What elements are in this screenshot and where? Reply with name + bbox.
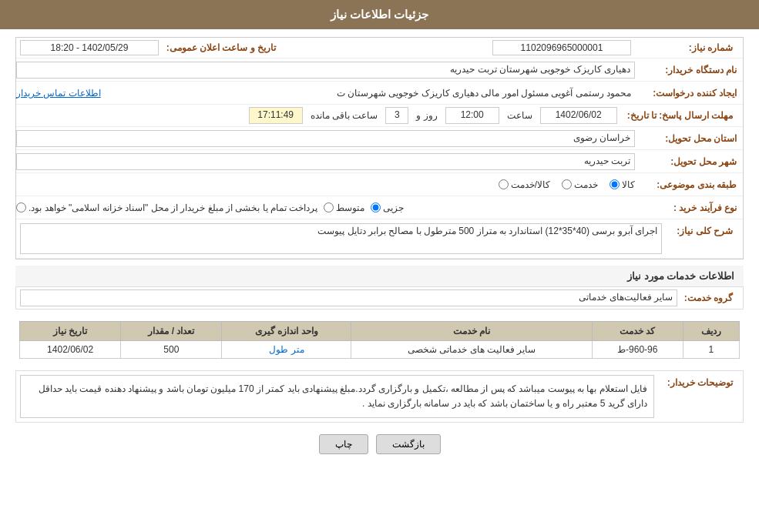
radio-motovaset-label: متوسط xyxy=(336,202,364,213)
nam-value: دهیاری کاریزک خوجویی شهرستان تربت حیدریه xyxy=(16,62,635,79)
col-tarikh: تاریخ نیاز xyxy=(20,322,121,341)
page-header: جزئیات اطلاعات نیاز xyxy=(0,0,759,29)
nooe-group: پرداخت تمام یا بخشی از مبلغ خریدار از مح… xyxy=(16,202,635,213)
mohlat-rooz: 3 xyxy=(385,107,408,124)
date-label: تاریخ و ساعت اعلان عمومی: xyxy=(159,40,282,55)
radio-khadamat[interactable]: خدمت xyxy=(562,179,598,190)
radio-kala-khadamat-label: کالا/خدمت xyxy=(511,179,550,190)
data-table-section: ردیف کد خدمت نام خدمت واحد اندازه گیری ت… xyxy=(15,313,744,366)
page-title: جزئیات اطلاعات نیاز xyxy=(331,8,428,21)
radio-khadamat-label: خدمت xyxy=(574,179,598,190)
radio-basandard[interactable]: پرداخت تمام یا بخشی از مبلغ خریدار از مح… xyxy=(16,202,317,213)
group-label: گروه خدمت: xyxy=(677,290,739,306)
mohlat-label: مهلت ارسال پاسخ: تا تاریخ: xyxy=(621,108,739,123)
col-radif: ردیف xyxy=(683,322,739,341)
ijad-value: محمود رستمی آغویی مسئول امور مالی دهیاری… xyxy=(101,86,635,100)
mohlat-mande: 17:11:49 xyxy=(249,107,303,124)
radio-kala-label: کالا xyxy=(622,179,635,190)
col-name: نام خدمت xyxy=(351,322,592,341)
services-table: ردیف کد خدمت نام خدمت واحد اندازه گیری ت… xyxy=(19,321,740,359)
sharh-container: اجرای آبرو برسی (40*35*12) استاندارد به … xyxy=(20,223,662,254)
ostan-value: خراسان رضوی xyxy=(16,130,635,147)
mohlat-date: 1402/06/02 xyxy=(540,107,617,124)
cell-radif: 1 xyxy=(683,341,739,359)
radio-jozi-label: جزیی xyxy=(383,202,404,213)
col-code: کد خدمت xyxy=(592,322,683,341)
tavzihat-label: توضیحات خریدار: xyxy=(654,375,739,390)
cell-vahed: متر طول xyxy=(222,341,351,359)
cell-code: 960-96-ط xyxy=(592,341,683,359)
radio-jozi[interactable]: جزیی xyxy=(371,202,404,213)
cell-tarikh: 1402/06/02 xyxy=(20,341,121,359)
table-row: 1 960-96-ط سایر فعالیت های خدماتی شخصی م… xyxy=(20,341,740,359)
tavzihat-text: فایل استعلام بها به پیوست میباشد که پس ا… xyxy=(20,375,654,418)
radio-motovaset[interactable]: متوسط xyxy=(324,202,364,213)
tabaqe-label: طبقه بندی موضوعی: xyxy=(635,177,743,192)
col-tedad: تعداد / مقدار xyxy=(121,322,222,341)
radio-basandard-label: پرداخت تمام یا بخشی از مبلغ خریدار از مح… xyxy=(29,202,317,213)
mohlat-rooz-label: روز و xyxy=(412,110,441,121)
shmaare-value: 1102096965000001 xyxy=(492,40,631,55)
ostan-label: استان محل تحویل: xyxy=(635,131,743,146)
mohlat-saat: 12:00 xyxy=(445,107,499,124)
back-button[interactable]: بازگشت xyxy=(376,434,441,454)
ijad-label: ایجاد کننده درخواست: xyxy=(635,85,743,101)
shmaare-label: شماره نیاز: xyxy=(631,40,739,55)
cell-name: سایر فعالیت های خدماتی شخصی xyxy=(351,341,592,359)
khadamat-section-title: اطلاعات خدمات مورد نیاز xyxy=(15,266,744,287)
nam-label: نام دستگاه خریدار: xyxy=(635,62,743,78)
shahr-value: تربت حیدریه xyxy=(16,153,635,170)
sharh-value: اجرای آبرو برسی (40*35*12) استاندارد به … xyxy=(20,223,662,254)
shahr-label: شهر محل تحویل: xyxy=(635,154,743,169)
buttons-row: چاپ بازگشت xyxy=(15,434,744,454)
group-value: سایر فعالیت‌های خدماتی xyxy=(20,289,677,306)
mohlat-saat-label: ساعت xyxy=(503,110,536,121)
print-button[interactable]: چاپ xyxy=(319,434,368,454)
date-value: 1402/05/29 - 18:20 xyxy=(20,40,159,55)
contact-link[interactable]: اطلاعات تماس خریدار xyxy=(16,88,101,99)
sharh-label: شرح کلی نیاز: xyxy=(662,223,739,239)
cell-tedad: 500 xyxy=(121,341,222,359)
col-vahed: واحد اندازه گیری xyxy=(222,322,351,341)
radio-kala[interactable]: کالا xyxy=(610,179,635,190)
nooe-label: نوع فرآیند خرید : xyxy=(635,200,743,216)
mohlat-mande-label: ساعت باقی مانده xyxy=(307,110,382,121)
tabaqe-radio-group: کالا/خدمت خدمت کالا xyxy=(499,179,635,190)
radio-kala-khadamat[interactable]: کالا/خدمت xyxy=(499,179,550,190)
